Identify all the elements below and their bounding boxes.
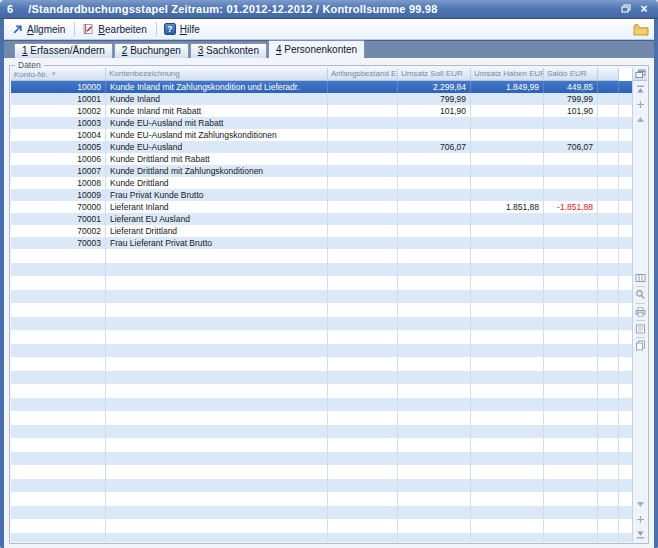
empty-row[interactable]	[11, 492, 632, 506]
table-row[interactable]: 10000Kunde Inland mit Zahlungskondition …	[11, 81, 632, 93]
cell-soll	[398, 519, 471, 533]
empty-row[interactable]	[11, 438, 632, 452]
cell-saldo	[544, 165, 598, 177]
cell-saldo	[544, 479, 598, 493]
folder-icon[interactable]	[632, 23, 650, 36]
cell-soll	[398, 276, 471, 290]
cell-saldo: 101,90	[544, 105, 598, 117]
tab-erfassen[interactable]: 1 Erfassen/Ändern	[14, 43, 113, 58]
cell-name: Kunde Drittland mit Rabatt	[106, 153, 328, 165]
cell-saldo	[544, 153, 598, 165]
table-header-row: Konto-Nr.▼KontenbezeichnungAnfangsbestan…	[11, 68, 632, 81]
cell-name: Kunde Inland	[106, 93, 328, 105]
scroll-last-icon[interactable]	[635, 529, 646, 539]
table-row[interactable]: 70002Lieferant Drittland	[11, 225, 632, 237]
empty-row[interactable]	[11, 276, 632, 290]
empty-row[interactable]	[11, 398, 632, 412]
cell-filler	[598, 519, 619, 533]
cell-nr	[11, 371, 106, 385]
empty-row[interactable]	[11, 344, 632, 358]
column-header-anfang[interactable]: Anfangsbestand EUR	[328, 68, 398, 81]
cell-filler	[598, 330, 619, 344]
table-row[interactable]: 10004Kunde EU-Ausland mit Zahlungskondit…	[11, 129, 632, 141]
empty-row[interactable]	[11, 249, 632, 263]
table-row[interactable]: 70003Frau Lieferant Privat Brutto	[11, 237, 632, 249]
tab-sachkonten[interactable]: 3 Sachkonten	[190, 43, 267, 58]
cell-haben	[471, 105, 544, 117]
columns-icon[interactable]	[635, 273, 646, 283]
empty-row[interactable]	[11, 357, 632, 371]
empty-row[interactable]	[11, 452, 632, 466]
empty-row[interactable]	[11, 303, 632, 317]
restore-icon[interactable]	[619, 3, 633, 16]
cell-soll: 706,07	[398, 141, 471, 153]
cell-filler	[598, 81, 619, 93]
table-row[interactable]: 10003Kunde EU-Ausland mit Rabatt	[11, 117, 632, 129]
table-row[interactable]: 10002Kunde Inland mit Rabatt101,90101,90	[11, 105, 632, 117]
empty-row[interactable]	[11, 506, 632, 520]
page-down-icon[interactable]	[635, 499, 646, 509]
cell-anfang	[328, 506, 398, 520]
cell-nr	[11, 317, 106, 331]
cell-haben	[471, 411, 544, 425]
table-row[interactable]: 10005Kunde EU-Ausland706,07706,07	[11, 141, 632, 153]
menu-item-bearbeiten[interactable]: Bearbeiten	[78, 22, 152, 36]
grid-side-toolbar	[632, 68, 647, 542]
empty-row[interactable]	[11, 465, 632, 479]
scroll-up-icon[interactable]	[635, 99, 646, 109]
cell-haben	[471, 371, 544, 385]
cell-name: Frau Privat Kunde Brutto	[106, 189, 328, 201]
grid-tools-group	[635, 273, 646, 351]
tab-personenkonten[interactable]: 4 Personenkonten	[268, 40, 365, 58]
empty-row[interactable]	[11, 317, 632, 331]
table-row[interactable]: 10001Kunde Inland799,99799,99	[11, 93, 632, 105]
page-up-icon[interactable]	[635, 114, 646, 124]
empty-row[interactable]	[11, 263, 632, 277]
search-icon[interactable]	[635, 290, 646, 300]
column-header-nr[interactable]: Konto-Nr.▼	[11, 68, 106, 81]
empty-row[interactable]	[11, 330, 632, 344]
scroll-first-icon[interactable]	[635, 84, 646, 94]
menu-item-allgemein[interactable]: Allgmein	[8, 23, 71, 36]
cell-nr: 10001	[11, 93, 106, 105]
cell-filler	[598, 117, 619, 129]
copy-icon[interactable]	[635, 341, 646, 351]
cell-nr	[11, 479, 106, 493]
export-icon[interactable]	[635, 324, 646, 334]
app-window: 6 /Standardbuchungsstapel Zeitraum: 01.2…	[0, 0, 658, 548]
empty-row[interactable]	[11, 411, 632, 425]
print-icon[interactable]	[635, 307, 646, 317]
cell-saldo	[544, 290, 598, 304]
cell-anfang	[328, 117, 398, 129]
column-header-name[interactable]: Kontenbezeichnung	[106, 68, 328, 81]
close-icon[interactable]: ×	[637, 3, 651, 16]
cell-filler	[598, 533, 619, 543]
column-chooser-icon[interactable]	[633, 68, 647, 81]
table-row[interactable]: 10006Kunde Drittland mit Rabatt	[11, 153, 632, 165]
empty-row[interactable]	[11, 371, 632, 385]
cell-name: Kunde Inland mit Zahlungskondition und L…	[106, 81, 328, 93]
title-bar: 6 /Standardbuchungsstapel Zeitraum: 01.2…	[0, 0, 658, 19]
menu-item-hilfe[interactable]: ?Hilfe	[160, 22, 206, 36]
table-row[interactable]: 10007Kunde Drittland mit Zahlungskonditi…	[11, 165, 632, 177]
table-row[interactable]: 10008Kunde Drittland	[11, 177, 632, 189]
table-row[interactable]: 70001Lieferant EU Ausland	[11, 213, 632, 225]
column-header-haben[interactable]: Umsatz Haben EUR	[471, 68, 544, 81]
empty-row[interactable]	[11, 519, 632, 533]
cell-haben	[471, 357, 544, 371]
empty-row[interactable]	[11, 290, 632, 304]
cell-haben	[471, 93, 544, 105]
empty-row[interactable]	[11, 533, 632, 543]
daten-groupbox: Daten Konto-Nr.▼KontenbezeichnungAnfangs…	[9, 65, 649, 544]
scroll-down-icon[interactable]	[635, 514, 646, 524]
cell-saldo	[544, 303, 598, 317]
cell-saldo	[544, 452, 598, 466]
table-row[interactable]: 70000Lieferant Inland1.851,88-1.851,88	[11, 201, 632, 213]
column-header-saldo[interactable]: Saldo EUR	[544, 68, 598, 81]
column-header-soll[interactable]: Umsatz Soll EUR	[398, 68, 471, 81]
empty-row[interactable]	[11, 479, 632, 493]
empty-row[interactable]	[11, 425, 632, 439]
table-row[interactable]: 10009Frau Privat Kunde Brutto	[11, 189, 632, 201]
tab-buchungen[interactable]: 2 Buchungen	[114, 43, 189, 58]
empty-row[interactable]	[11, 384, 632, 398]
